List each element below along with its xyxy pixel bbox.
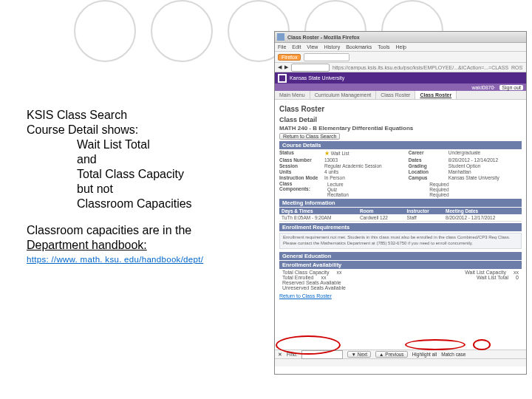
annotation-circle [473,339,491,350]
annotation-circle [405,339,466,350]
capacities-line: Classroom capacities are in the Departme… [27,223,263,253]
tab[interactable] [304,53,349,61]
enrollment-availability: Total Class Capacityxx Wait List Capacit… [279,270,522,290]
table-row: TuTh 8:05AM - 9:20AM Cardwell 122 Staff … [279,214,522,222]
firefox-button[interactable]: Firefox [278,54,301,61]
return-roster-link[interactable]: Return to Class Roster [279,293,522,299]
circle [74,0,136,62]
meeting-table: Days & Times Room Instructor Meeting Dat… [279,208,522,222]
section-header-gened: General Education [279,252,522,260]
menu-item[interactable]: File [278,44,286,50]
app-icon [277,33,284,41]
slide-bullet: but not [77,182,263,197]
status-bar [275,358,526,366]
menu-bar: File Edit View History Bookmarks Tools H… [275,43,526,52]
slide-subtitle: Course Detail shows: [27,123,263,137]
annotation-circle [276,335,341,355]
window-titlebar: Class Roster - Mozilla Firefox [275,32,526,43]
favorites-box[interactable] [291,64,330,72]
menu-item[interactable]: History [324,44,340,50]
slide-bullet: and [77,152,263,167]
section-header-details: Course Details [279,141,522,149]
menu-item[interactable]: Tools [378,44,389,50]
forward-icon[interactable]: ▶ [284,64,288,70]
breadcrumb-tabs: Main Menu Curriculum Management Class Ro… [275,91,526,100]
return-button[interactable]: Return to Class Search [279,133,340,140]
sub-title: Class Detail [279,116,522,123]
browser-screenshot: Class Roster - Mozilla Firefox File Edit… [274,31,527,375]
close-icon[interactable]: ✕ [278,352,282,358]
handbook-url[interactable]: https: //www. math. ksu. edu/handbook/de… [27,254,263,265]
url-bar: ◀ ▶ https://campus.ksis.its.ksu.edu/psc/… [275,63,526,72]
menu-item[interactable]: Edit [292,44,301,50]
slide-bullet: Classroom Capacities [77,197,263,211]
course-details-grid: Status ★ Wait List CareerUndergraduate C… [279,150,522,197]
back-icon[interactable]: ◀ [278,64,282,70]
page-title: Class Roster [279,105,522,113]
sign-bar: wald0870 · Sign out [275,83,526,91]
enrollment-req-text: Enrollment requirement not met. Students… [279,233,522,249]
crumb[interactable]: Curriculum Management [310,91,377,99]
tab-bar: Firefox [275,52,526,63]
handbook-link[interactable]: Department handbook: [27,239,147,251]
slide-bullet: Wait List Total [77,137,263,152]
slide-title: KSIS Class Search [27,108,263,123]
slide-text: KSIS Class Search Course Detail shows: W… [27,108,263,265]
ksu-header: Kansas State University [275,72,526,83]
sep: · [494,85,495,90]
menu-item[interactable]: View [307,44,318,50]
crumb[interactable]: Class Roster [376,91,415,99]
username: wald0870 [471,85,494,90]
ksu-logo-icon [278,74,287,83]
section-header-enroll-req: Enrollment Requirements [279,223,522,231]
slide-bullet: Total Class Capacity [77,167,263,182]
address-field[interactable]: https://campus.ksis.its.ksu.edu/psc/ksis… [332,65,523,70]
crumb[interactable]: Main Menu [275,91,310,99]
prev-button[interactable]: ▲ Previous [375,351,408,358]
menu-item[interactable]: Help [396,44,406,50]
circle [151,0,213,62]
course-title: MATH 240 - B Elementary Differential Equ… [279,125,522,132]
crumb[interactable]: Class Roster [415,91,457,99]
section-header-enroll-avail: Enrollment Availability [279,261,522,269]
section-header-meeting: Meeting Information [279,199,522,207]
signout-button[interactable]: Sign out [499,85,523,90]
page-body: Class Roster Class Detail MATH 240 - B E… [275,100,526,301]
next-button[interactable]: ▼ Next [347,351,371,358]
university-name: Kansas State University [290,75,344,81]
waitlist-star-icon: ★ [324,150,330,157]
menu-item[interactable]: Bookmarks [346,44,372,50]
